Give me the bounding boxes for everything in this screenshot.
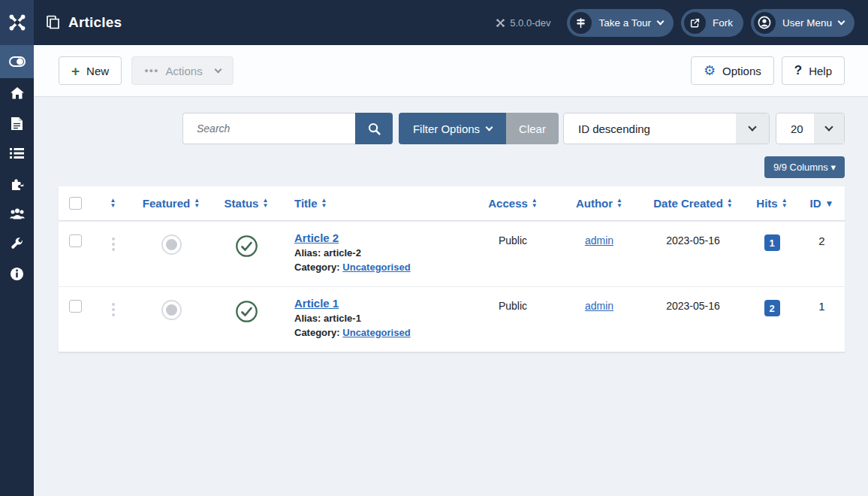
column-header-hits[interactable]: Hits ▲▼ (746, 197, 798, 210)
content-area: Filter Options Clear ID descending 20 (34, 97, 868, 352)
row-checkbox-cell (59, 222, 92, 286)
list-limit-select[interactable]: 20 (776, 113, 845, 144)
chevron-down-icon (838, 17, 845, 25)
date-created-cell: 2023-05-16 (640, 222, 746, 286)
actions-button-label: Actions (165, 65, 202, 77)
version-text: 5.0.0-dev (510, 17, 550, 29)
article-category: Category: Uncategorised (294, 327, 468, 338)
author-cell: admin (558, 287, 640, 352)
user-menu-button[interactable]: User Menu (751, 9, 854, 37)
category-link[interactable]: Uncategorised (342, 262, 410, 273)
sidebar-item-toggle[interactable] (0, 45, 34, 78)
author-link[interactable]: admin (585, 234, 613, 286)
column-header-title[interactable]: Title ▲▼ (284, 197, 468, 210)
date-created-value: 2023-05-16 (666, 300, 720, 352)
search-button[interactable] (355, 113, 393, 144)
column-header-label: ID (810, 197, 821, 210)
table-row: Article 1 Alias: article-1 Category: Unc… (59, 286, 845, 352)
hits-badge: 2 (764, 300, 780, 316)
search-input[interactable] (182, 113, 355, 144)
row-ordering-cell (92, 222, 134, 286)
column-header-status[interactable]: Status ▲▼ (209, 197, 284, 210)
chevron-down-icon (486, 123, 493, 131)
column-header-label: Hits (756, 197, 777, 210)
unfeatured-icon[interactable] (161, 234, 182, 255)
unfeatured-icon[interactable] (161, 300, 182, 320)
published-check-icon[interactable] (235, 234, 258, 258)
articles-icon (46, 15, 61, 30)
article-title-link[interactable]: Article 1 (294, 297, 339, 310)
search-icon (368, 122, 381, 135)
column-header-access[interactable]: Access ▲▼ (468, 197, 558, 210)
puzzle-icon (10, 176, 25, 191)
fork-button[interactable]: Fork (681, 9, 743, 37)
options-button-label: Options (722, 65, 761, 77)
sort-icon: ▲▼ (262, 198, 268, 208)
author-link[interactable]: admin (585, 300, 613, 352)
date-created-cell: 2023-05-16 (640, 287, 746, 352)
published-check-icon[interactable] (235, 300, 258, 323)
sidebar-item-users[interactable] (0, 198, 34, 228)
info-icon (10, 267, 24, 281)
column-header-label: Title (294, 197, 318, 210)
columns-toggle-button[interactable]: 9/9 Columns ▾ (764, 156, 845, 178)
category-link[interactable]: Uncategorised (342, 327, 410, 338)
sidebar-item-system[interactable] (0, 228, 34, 259)
sort-descending-icon: ▼ (825, 198, 834, 209)
column-header-label: Author (576, 197, 613, 210)
drag-handle-icon[interactable] (112, 300, 115, 352)
column-header-date-created[interactable]: Date Created ▲▼ (640, 197, 746, 210)
hits-badge: 1 (764, 234, 780, 251)
signpost-icon (570, 12, 592, 34)
sort-icon: ▲▼ (110, 198, 116, 208)
drag-handle-icon[interactable] (112, 234, 115, 286)
select-chevron-zone (736, 113, 769, 144)
clear-button[interactable]: Clear (506, 113, 559, 144)
column-header-ordering[interactable]: ▲▼ (92, 198, 134, 208)
featured-cell (134, 287, 209, 352)
options-button[interactable]: ⚙ Options (691, 56, 774, 85)
hits-cell: 2 (746, 287, 798, 352)
columns-row: 9/9 Columns ▾ (59, 156, 845, 178)
sidebar-item-home[interactable] (0, 78, 34, 108)
version-badge: 5.0.0-dev (496, 17, 550, 29)
gear-icon: ⚙ (704, 64, 716, 77)
take-a-tour-button[interactable]: Take a Tour (567, 9, 674, 37)
take-a-tour-label: Take a Tour (598, 17, 651, 29)
row-ordering-cell (92, 287, 134, 352)
row-checkbox[interactable] (69, 300, 82, 313)
topbar-right: 5.0.0-dev Take a Tour Fork (496, 9, 868, 37)
column-header-featured[interactable]: Featured ▲▼ (134, 197, 209, 210)
sidebar-item-components[interactable] (0, 168, 34, 198)
sort-select[interactable]: ID descending (563, 113, 770, 144)
article-title-link[interactable]: Article 2 (294, 231, 339, 244)
toolbar: + New ●●● Actions ⚙ Options ? Help (34, 45, 868, 97)
new-button[interactable]: + New (59, 56, 122, 85)
category-label: Category: (294, 262, 340, 273)
sidebar-item-help[interactable] (0, 259, 34, 289)
filter-group: Filter Options Clear (399, 113, 559, 144)
actions-button[interactable]: ●●● Actions (131, 56, 234, 85)
column-header-author[interactable]: Author ▲▼ (558, 197, 640, 210)
alias-label: Alias: (294, 313, 321, 324)
column-header-id[interactable]: ID ▼ (798, 197, 845, 210)
top-bar: Articles 5.0.0-dev (0, 0, 868, 45)
alias-value: article-2 (324, 247, 361, 259)
toolbar-right: ⚙ Options ? Help (691, 56, 845, 85)
help-button[interactable]: ? Help (782, 56, 845, 85)
joomla-logo[interactable] (0, 0, 34, 45)
new-button-label: New (86, 65, 109, 77)
row-checkbox[interactable] (69, 234, 82, 247)
article-category: Category: Uncategorised (294, 262, 468, 273)
select-all-checkbox[interactable] (69, 197, 82, 210)
sidebar-item-menus[interactable] (0, 138, 34, 168)
sidebar-item-content[interactable] (0, 108, 34, 138)
access-value: Public (499, 300, 527, 352)
article-icon (11, 116, 23, 131)
filter-options-button[interactable]: Filter Options (399, 113, 506, 144)
joomla-version-icon (496, 18, 505, 28)
sort-icon: ▲▼ (194, 198, 200, 208)
user-menu-label: User Menu (782, 17, 832, 29)
column-header-label: Status (225, 197, 259, 210)
chevron-down-icon (824, 122, 833, 131)
